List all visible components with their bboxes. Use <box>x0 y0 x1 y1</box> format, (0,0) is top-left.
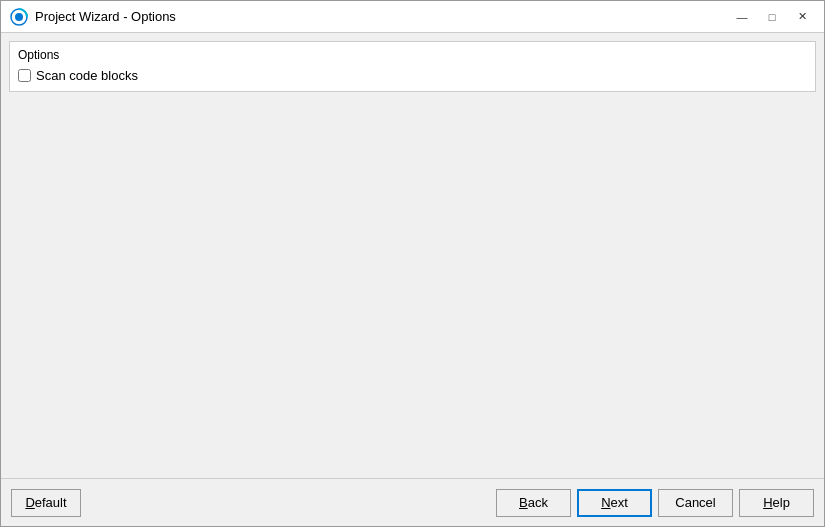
window-title: Project Wizard - Options <box>35 9 728 24</box>
main-window: Project Wizard - Options — □ ✕ Options S… <box>0 0 825 527</box>
maximize-button[interactable]: □ <box>758 6 786 28</box>
footer: Default Back Next Cancel Help <box>1 478 824 526</box>
back-label: Back <box>519 495 548 510</box>
default-label: Default <box>25 495 66 510</box>
help-label: Help <box>763 495 790 510</box>
next-button[interactable]: Next <box>577 489 652 517</box>
scan-code-blocks-row: Scan code blocks <box>18 66 807 85</box>
next-label: Next <box>601 495 628 510</box>
footer-right: Back Next Cancel Help <box>496 489 814 517</box>
footer-left: Default <box>11 489 496 517</box>
close-button[interactable]: ✕ <box>788 6 816 28</box>
svg-point-1 <box>15 13 23 21</box>
scan-code-blocks-label[interactable]: Scan code blocks <box>36 68 138 83</box>
default-button[interactable]: Default <box>11 489 81 517</box>
window-controls: — □ ✕ <box>728 6 816 28</box>
app-icon <box>9 7 29 27</box>
cancel-label: Cancel <box>675 495 715 510</box>
options-group-label: Options <box>18 48 807 62</box>
title-bar: Project Wizard - Options — □ ✕ <box>1 1 824 33</box>
minimize-button[interactable]: — <box>728 6 756 28</box>
content-area: Options Scan code blocks <box>1 33 824 478</box>
back-button[interactable]: Back <box>496 489 571 517</box>
options-group: Options Scan code blocks <box>9 41 816 92</box>
help-button[interactable]: Help <box>739 489 814 517</box>
scan-code-blocks-checkbox[interactable] <box>18 69 31 82</box>
main-panel <box>9 92 816 470</box>
cancel-button[interactable]: Cancel <box>658 489 733 517</box>
